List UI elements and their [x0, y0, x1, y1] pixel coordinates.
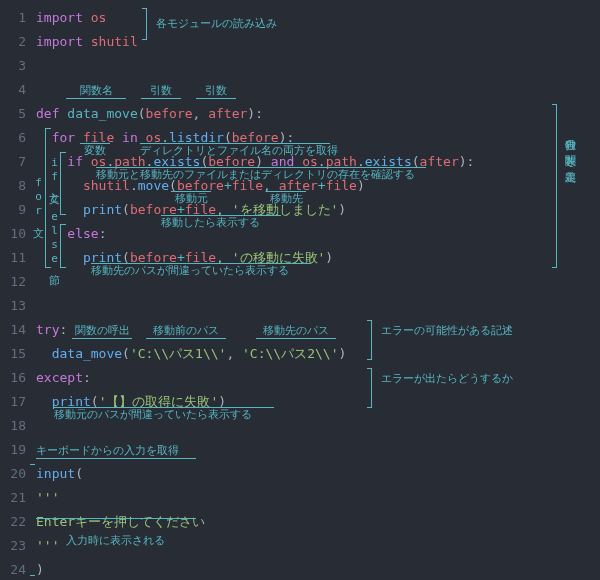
line-number: 7 [0, 150, 36, 174]
code-line: ''' [36, 486, 600, 510]
line-number: 24 [0, 558, 36, 580]
line-number: 21 [0, 486, 36, 510]
code-line: import os [36, 6, 600, 30]
code-line: Enterキーを押してください [36, 510, 600, 534]
code-line: shutil.move(before+file, after+file) [36, 174, 600, 198]
code-line [36, 414, 600, 438]
line-number: 22 [0, 510, 36, 534]
line-number: 14 [0, 318, 36, 342]
line-number: 5 [0, 102, 36, 126]
line-number: 12 [0, 270, 36, 294]
line-number: 10 [0, 222, 36, 246]
code-line [36, 78, 600, 102]
code-area[interactable]: import os import shutil def data_move(be… [36, 0, 600, 580]
line-number: 8 [0, 174, 36, 198]
code-line: ) [36, 558, 600, 580]
line-number: 16 [0, 366, 36, 390]
line-number: 2 [0, 30, 36, 54]
code-line: for file in os.listdir(before): [36, 126, 600, 150]
line-number: 19 [0, 438, 36, 462]
line-number: 3 [0, 54, 36, 78]
line-number: 15 [0, 342, 36, 366]
code-line: print('【】の取得に失敗') [36, 390, 600, 414]
line-number: 1 [0, 6, 36, 30]
code-line: input( [36, 462, 600, 486]
line-number: 9 [0, 198, 36, 222]
code-line: except: [36, 366, 600, 390]
code-line: data_move('C:\\パス1\\', 'C:\\パス2\\') [36, 342, 600, 366]
line-number: 13 [0, 294, 36, 318]
code-line [36, 438, 600, 462]
code-line [36, 270, 600, 294]
code-line: print(before+file, 'の移動に失敗') [36, 246, 600, 270]
line-number: 11 [0, 246, 36, 270]
line-number: 23 [0, 534, 36, 558]
line-number: 18 [0, 414, 36, 438]
code-line: if os.path.exists(before) and os.path.ex… [36, 150, 600, 174]
code-line: ''' [36, 534, 600, 558]
line-number: 17 [0, 390, 36, 414]
line-number: 6 [0, 126, 36, 150]
code-line: def data_move(before, after): [36, 102, 600, 126]
code-line: import shutil [36, 30, 600, 54]
code-line [36, 54, 600, 78]
line-number-gutter: 1 2 3 4 5 6 7 8 9 10 11 12 13 14 15 16 1… [0, 0, 36, 580]
code-line: try: [36, 318, 600, 342]
code-line: else: [36, 222, 600, 246]
code-editor: 1 2 3 4 5 6 7 8 9 10 11 12 13 14 15 16 1… [0, 0, 600, 580]
code-line: print(before+file, 'を移動しました') [36, 198, 600, 222]
line-number: 20 [0, 462, 36, 486]
code-line [36, 294, 600, 318]
line-number: 4 [0, 78, 36, 102]
